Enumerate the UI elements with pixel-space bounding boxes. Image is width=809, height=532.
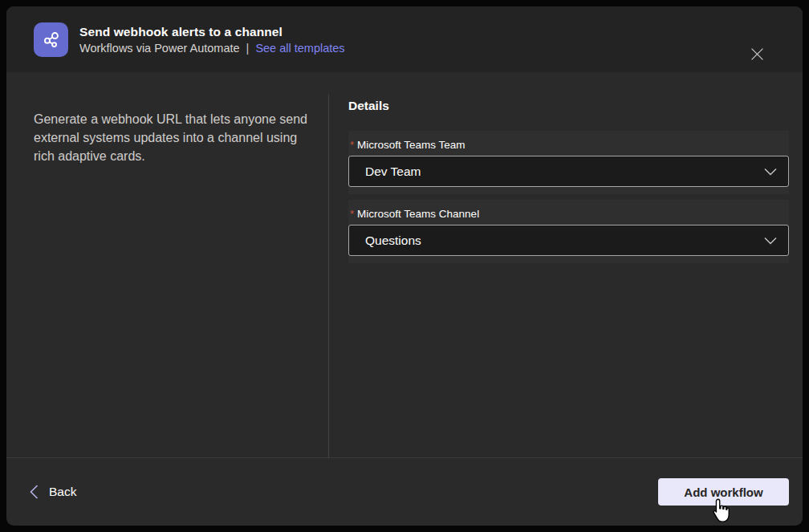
channel-dropdown[interactable]: Questions	[348, 225, 789, 256]
dialog-titles: Send webhook alerts to a channel Workflo…	[79, 25, 345, 55]
team-dropdown-value: Dev Team	[365, 164, 421, 179]
team-dropdown[interactable]: Dev Team	[348, 156, 789, 187]
field-group-channel: * Microsoft Teams Channel Questions	[348, 200, 789, 263]
required-marker: *	[350, 139, 354, 151]
dialog-footer: Back Add workflow	[6, 457, 803, 526]
details-panel: Details * Microsoft Teams Team Dev Team	[329, 72, 803, 457]
dialog-title: Send webhook alerts to a channel	[79, 25, 345, 39]
share-nodes-icon	[40, 29, 62, 51]
dialog-body: Generate a webhook URL that lets anyone …	[6, 72, 803, 457]
workflow-dialog: Send webhook alerts to a channel Workflo…	[6, 6, 803, 526]
workflow-app-icon	[34, 22, 68, 57]
field-group-team: * Microsoft Teams Team Dev Team	[348, 131, 789, 194]
back-button[interactable]: Back	[30, 485, 76, 499]
subtitle-text: Workflows via Power Automate	[79, 42, 240, 55]
channel-label-text: Microsoft Teams Channel	[357, 208, 479, 220]
team-label-text: Microsoft Teams Team	[357, 139, 465, 151]
dialog-header: Send webhook alerts to a channel Workflo…	[6, 6, 803, 72]
dialog-subtitle: Workflows via Power Automate | See all t…	[79, 42, 345, 55]
chevron-down-icon	[764, 237, 777, 245]
description-panel: Generate a webhook URL that lets anyone …	[6, 72, 328, 457]
template-description: Generate a webhook URL that lets anyone …	[34, 110, 307, 165]
back-button-label: Back	[49, 485, 76, 499]
close-icon	[750, 47, 764, 61]
see-all-templates-link[interactable]: See all templates	[255, 42, 344, 55]
close-button[interactable]	[745, 42, 769, 66]
required-marker: *	[350, 208, 354, 220]
details-heading: Details	[348, 99, 789, 113]
chevron-down-icon	[764, 168, 777, 176]
team-field-label: * Microsoft Teams Team	[348, 131, 789, 156]
screen: Send webhook alerts to a channel Workflo…	[0, 0, 809, 532]
chevron-left-icon	[30, 485, 39, 499]
add-workflow-button[interactable]: Add workflow	[658, 478, 789, 506]
channel-field-label: * Microsoft Teams Channel	[348, 200, 789, 225]
channel-dropdown-value: Questions	[365, 234, 421, 248]
subtitle-separator: |	[246, 42, 250, 55]
